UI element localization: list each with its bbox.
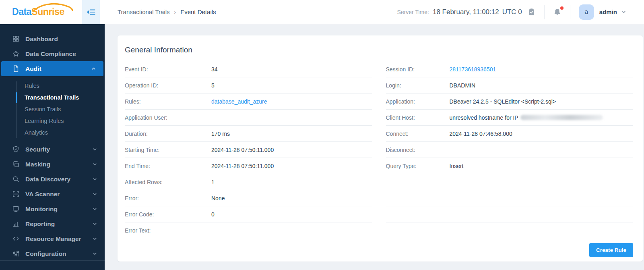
sidebar-item-security[interactable]: Security xyxy=(0,142,105,157)
sidebar-subitem-session-trails[interactable]: Session Trails xyxy=(0,104,105,115)
field-value: 5 xyxy=(211,82,215,89)
sidebar-item-label: Reporting xyxy=(25,220,92,228)
sidebar: DashboardData ComplianceAuditRulesTransa… xyxy=(0,24,105,270)
field-label: End Time: xyxy=(125,163,211,169)
field-label: Event ID: xyxy=(125,66,211,73)
field-label: Session ID: xyxy=(386,66,450,73)
server-time-value: 18 February, 11:00:12 xyxy=(433,8,499,16)
chevron-down-icon xyxy=(92,191,97,197)
header-right-cluster: Server Time: 18 February, 11:00:12 UTC 0… xyxy=(397,4,644,20)
field-label: Disconnect: xyxy=(386,147,450,153)
timezone-settings-button[interactable] xyxy=(527,8,536,17)
sidebar-item-resource-manager[interactable]: Resource Manager xyxy=(0,231,105,246)
breadcrumb: Transactional Trails › Event Details xyxy=(118,8,216,15)
field-label: Error Text: xyxy=(125,227,211,234)
info-row-empty xyxy=(386,174,634,190)
field-value: None xyxy=(211,195,225,201)
info-column-left: Event ID:34Operation ID:5Rules:database_… xyxy=(125,61,372,239)
field-value: 34 xyxy=(211,66,218,73)
field-label: Starting Time: xyxy=(125,147,211,153)
sidebar-item-label: Dashboard xyxy=(25,35,97,43)
server-timezone: UTC 0 xyxy=(502,8,522,16)
sidebar-item-label: Masking xyxy=(25,161,92,168)
sidebar-nav: DashboardData ComplianceAuditRulesTransa… xyxy=(0,31,105,261)
field-label: Affected Rows: xyxy=(125,179,211,185)
info-row-application: Application:DBeaver 24.2.5 - SQLEditor <… xyxy=(386,93,634,110)
info-row-login: Login:DBADMIN xyxy=(386,77,634,93)
avatar: a xyxy=(579,4,594,20)
info-row-query-type: Query Type:Insert xyxy=(386,158,634,174)
shield-check-icon xyxy=(12,145,20,153)
menu-fold-icon xyxy=(86,7,96,17)
info-row-error-text: Error Text: xyxy=(125,222,372,239)
field-label: Query Type: xyxy=(386,163,450,169)
info-row-empty xyxy=(386,222,634,239)
logo-text-data: Data xyxy=(12,6,31,17)
breadcrumb-current: Event Details xyxy=(180,8,216,15)
info-row-affected-rows: Affected Rows:1 xyxy=(125,174,372,190)
logo-text-sunrise: Sunrise xyxy=(31,6,64,17)
search-icon xyxy=(12,175,20,183)
redacted-ip-value xyxy=(520,115,603,120)
field-label: Error Code: xyxy=(125,211,211,218)
field-value: 2024-11-28 07:50:11.000 xyxy=(211,147,274,153)
info-row-empty xyxy=(386,206,634,222)
field-label: Application User: xyxy=(125,114,211,121)
chevron-down-icon xyxy=(92,251,97,256)
info-row-rules: Rules:database_audit_azure xyxy=(125,93,372,110)
sidebar-item-reporting[interactable]: Reporting xyxy=(0,216,105,231)
chevron-down-icon xyxy=(621,9,626,15)
clipboard-check-icon xyxy=(527,8,536,17)
sidebar-subitem-rules[interactable]: Rules xyxy=(0,80,105,92)
chevron-down-icon xyxy=(92,162,97,167)
info-row-end-time: End Time:2024-11-28 07:50:11.000 xyxy=(125,158,372,174)
chevron-up-icon xyxy=(91,66,96,71)
sidebar-item-label: Data Compliance xyxy=(25,50,97,58)
grid-icon xyxy=(12,35,20,43)
field-value: unresolved hostname for IP xyxy=(450,114,518,121)
info-row-error: Error:None xyxy=(125,190,372,206)
chevron-down-icon xyxy=(92,206,97,212)
sidebar-item-label: Resource Manager xyxy=(25,235,92,243)
sidebar-item-audit[interactable]: Audit xyxy=(1,61,103,76)
header-divider xyxy=(570,5,570,19)
sidebar-item-dashboard[interactable]: Dashboard xyxy=(0,31,105,46)
sidebar-item-data-discovery[interactable]: Data Discovery xyxy=(0,172,105,187)
sidebar-subitem-analytics[interactable]: Analytics xyxy=(0,127,105,139)
sidebar-item-label: Security xyxy=(25,146,92,153)
copy-icon xyxy=(12,160,20,168)
info-row-starting-time: Starting Time:2024-11-28 07:50:11.000 xyxy=(125,142,372,158)
field-label: Connect: xyxy=(386,131,450,137)
field-value: DBADMIN xyxy=(450,82,476,89)
info-row-error-code: Error Code:0 xyxy=(125,206,372,222)
field-label: Error: xyxy=(125,195,211,201)
scan-icon xyxy=(12,190,20,198)
notifications-button[interactable] xyxy=(553,8,561,17)
info-row-operation-id: Operation ID:5 xyxy=(125,77,372,93)
field-value-link[interactable]: database_audit_azure xyxy=(211,98,267,105)
create-rule-button[interactable]: Create Rule xyxy=(589,243,633,257)
info-row-client-host: Client Host:unresolved hostname for IP xyxy=(386,110,634,126)
sidebar-subitem-transactional-trails[interactable]: Transactional Trails xyxy=(0,92,105,104)
monitor-icon xyxy=(12,205,20,213)
info-row-disconnect: Disconnect: xyxy=(386,142,634,158)
sidebar-item-configuration[interactable]: Configuration xyxy=(0,246,105,261)
sidebar-item-monitoring[interactable]: Monitoring xyxy=(0,201,105,216)
sidebar-item-va-scanner[interactable]: VA Scanner xyxy=(0,187,105,201)
notification-dot xyxy=(560,6,564,10)
field-value-link[interactable]: 281173618936501 xyxy=(450,66,496,73)
breadcrumb-parent[interactable]: Transactional Trails xyxy=(118,8,170,15)
sidebar-subitem-learning-rules[interactable]: Learning Rules xyxy=(0,115,105,127)
sidebar-collapse-button[interactable] xyxy=(82,0,100,24)
sidebar-item-label: Configuration xyxy=(25,250,92,258)
sliders-icon xyxy=(12,250,20,258)
field-value: 170 ms xyxy=(211,131,230,137)
chevron-down-icon xyxy=(92,221,97,226)
field-label: Rules: xyxy=(125,98,211,105)
sidebar-item-data-compliance[interactable]: Data Compliance xyxy=(0,46,105,61)
user-menu[interactable]: a admin xyxy=(579,4,626,20)
sidebar-item-masking[interactable]: Masking xyxy=(0,157,105,172)
info-row-connect: Connect:2024-11-28 07:46:58.000 xyxy=(386,126,634,142)
info-row-duration: Duration:170 ms xyxy=(125,126,372,142)
document-icon xyxy=(12,65,20,73)
